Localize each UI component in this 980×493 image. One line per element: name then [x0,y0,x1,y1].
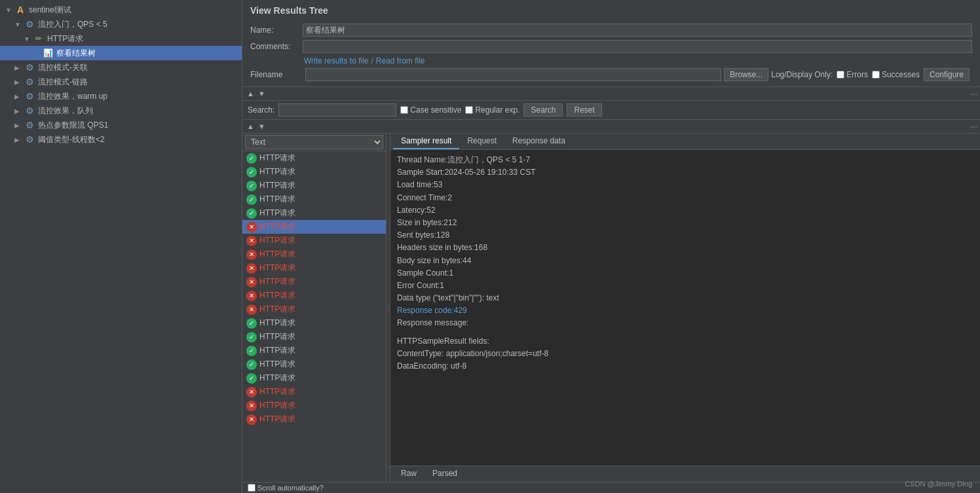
sidebar-item-flow2[interactable]: ▶ ⚙ 流控模式-关联 [0,60,242,75]
result-item[interactable]: ✕HTTP请求 [242,261,386,275]
data-encoding: DataEncoding: utf-8 [397,360,973,373]
sidebar-item-flow7[interactable]: ▶ ⚙ 阈值类型-线程数<2 [0,132,242,147]
response-code-link[interactable]: Response code:429 [397,306,467,315]
errors-checkbox-label[interactable]: Errors [837,70,868,79]
log-display-label: Log/Display Only: [771,70,833,79]
gear-icon: ⚙ [24,62,35,73]
result-item[interactable]: ✕HTTP请求 [242,220,386,234]
ok-icon: ✓ [246,318,257,329]
successes-checkbox[interactable] [872,71,880,79]
toolbar-down-btn[interactable]: ▼ [256,89,267,98]
arrow-icon: ▶ [14,64,24,71]
arrow-icon: ▼ [14,21,24,28]
case-sensitive-label[interactable]: Case sensitive [400,105,461,115]
sidebar-item-flow1[interactable]: ▼ ⚙ 流控入门，QPS < 5 [0,17,242,31]
result-item[interactable]: ✕HTTP请求 [242,302,386,316]
main-panel: View Results Tree Name: Comments: Write … [242,0,980,493]
toolbar-up-btn[interactable]: ▲ [245,89,256,98]
err-icon: ✕ [246,304,257,315]
sidebar-item-listener[interactable]: 📊 察看结果树 [0,46,242,60]
sidebar-item-label: 流控入门，QPS < 5 [38,19,107,30]
result-item[interactable]: ✓HTTP请求 [242,165,386,179]
sidebar-item-flow3[interactable]: ▶ ⚙ 流控模式-链路 [0,75,242,89]
sidebar-item-flow6[interactable]: ▶ ⚙ 热点参数限流 QPS1 [0,118,242,132]
case-sensitive-checkbox[interactable] [400,106,408,114]
tab-raw[interactable]: Raw [393,466,424,482]
result-item[interactable]: ✓HTTP请求 [242,179,386,192]
toolbar-dots-2: ··· [970,121,977,132]
result-item[interactable]: ✓HTTP请求 [242,151,386,165]
tab-sampler-result[interactable]: Sampler result [393,134,459,149]
sidebar-item-http-plan[interactable]: ▼ ✏ HTTP请求 [0,31,242,46]
successes-checkbox-label[interactable]: Successes [872,70,920,79]
regular-exp-checkbox[interactable] [465,106,473,114]
scroll-auto-text: Scroll automatically? [257,484,324,492]
configure-button[interactable]: Configure [924,68,970,81]
reset-button[interactable]: Reset [567,103,601,117]
result-item[interactable]: ✕HTTP请求 [242,385,386,399]
result-item[interactable]: ✓HTTP请求 [242,357,386,371]
result-item[interactable]: ✓HTTP请求 [242,371,386,385]
sidebar-item-label: 流控模式-链路 [38,77,88,88]
result-item-label: HTTP请求 [259,290,295,301]
sidebar-item-label: 阈值类型-线程数<2 [38,134,105,145]
name-input[interactable] [303,24,972,37]
err-icon: ✕ [246,263,257,274]
regular-exp-label[interactable]: Regular exp. [465,105,519,115]
content-type: ContentType: application/json;charset=ut… [397,348,973,360]
sidebar-item-flow4[interactable]: ▶ ⚙ 流控效果，warm up [0,89,242,103]
tab-response-data[interactable]: Response data [504,134,573,149]
comments-input[interactable] [303,40,972,53]
search-row: Search: Case sensitive Regular exp. Sear… [242,101,980,120]
toolbar-down-btn-2[interactable]: ▼ [256,122,267,131]
result-item-label: HTTP请求 [259,400,295,411]
scroll-auto-checkbox[interactable] [248,484,255,492]
result-item[interactable]: ✓HTTP请求 [242,206,386,220]
filename-input[interactable] [305,68,721,81]
result-item-label: HTTP请求 [259,221,295,232]
result-item[interactable]: ✕HTTP请求 [242,275,386,289]
result-item[interactable]: ✓HTTP请求 [242,192,386,206]
result-item-label: HTTP请求 [259,249,295,260]
result-item[interactable]: ✕HTTP请求 [242,289,386,302]
result-item[interactable]: ✕HTTP请求 [242,247,386,261]
regular-exp-text: Regular exp. [475,105,519,115]
result-item[interactable]: ✕HTTP请求 [242,399,386,412]
sidebar-item-flow5[interactable]: ▶ ⚙ 流控效果，队列 [0,103,242,118]
result-item-label: HTTP请求 [259,304,295,315]
arrow-icon: ▼ [24,35,33,43]
err-icon: ✕ [246,401,257,411]
ok-icon: ✓ [246,208,257,219]
result-item[interactable]: ✓HTTP请求 [242,316,386,330]
scroll-auto-label[interactable]: Scroll automatically? [248,484,324,492]
tab-parsed[interactable]: Parsed [424,466,465,482]
err-icon: ✕ [246,387,257,397]
result-item[interactable]: ✓HTTP请求 [242,330,386,344]
top-form: Name: Comments: Write results to file / … [242,18,980,87]
errors-checkbox[interactable] [837,71,844,79]
result-item[interactable]: ✓HTTP请求 [242,344,386,357]
search-input[interactable] [278,103,396,117]
sidebar-item-label: 流控效果，warm up [38,91,107,102]
toolbar-up-btn-2[interactable]: ▲ [245,122,256,131]
result-item[interactable]: ✕HTTP请求 [242,412,386,426]
search-button[interactable]: Search [523,103,563,117]
bottom-bar: Scroll automatically? [242,482,980,493]
sidebar-item-root[interactable]: ▼ A sentinel测试 [0,3,242,17]
result-item-label: HTTP请求 [259,359,295,370]
error-count: Error Count:1 [397,280,973,292]
case-sensitive-text: Case sensitive [410,105,461,115]
arrow-icon: ▼ [5,7,14,14]
text-format-dropdown[interactable]: Text HTML JSON XML [245,135,383,149]
arrow-icon: ▶ [14,79,24,86]
comments-label: Comments: [250,42,303,51]
err-icon: ✕ [246,291,257,301]
result-item[interactable]: ✕HTTP请求 [242,234,386,247]
read-from-file-link[interactable]: Read from file [376,56,425,65]
browse-button[interactable]: Browse... [724,68,768,81]
detail-panel: Sampler result Request Response data Thr… [390,134,980,482]
tab-request[interactable]: Request [459,134,504,149]
err-icon: ✕ [246,236,257,246]
arrow-icon: ▶ [14,107,24,115]
write-results-link[interactable]: Write results to file [304,56,368,65]
